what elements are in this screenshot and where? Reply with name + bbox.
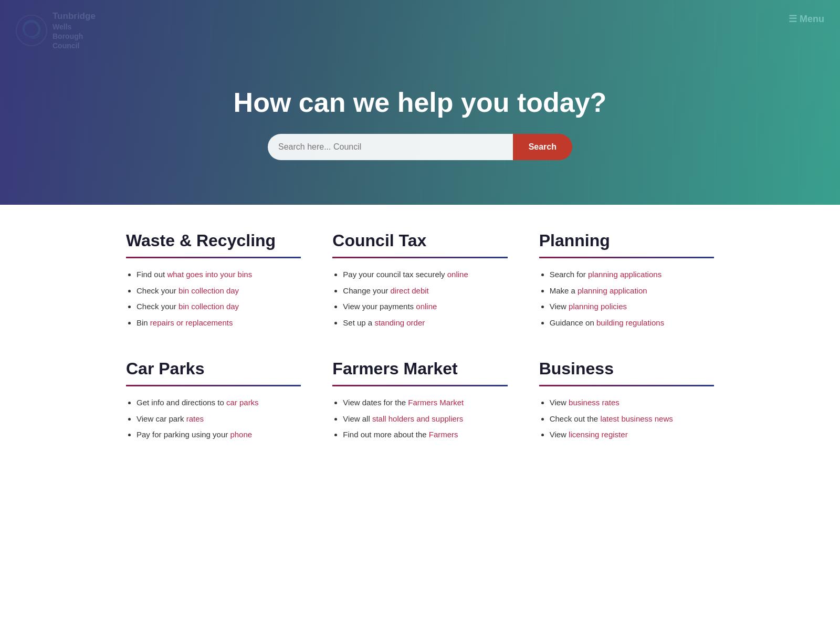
service-section-car-parks: Car ParksGet info and directions to car …: [126, 359, 301, 445]
service-link[interactable]: bin collection day: [178, 302, 239, 311]
list-item-prefix: Set up a: [343, 318, 374, 327]
service-title-council-tax: Council Tax: [332, 231, 507, 250]
service-link[interactable]: phone: [230, 430, 252, 439]
list-item-prefix: Change your: [343, 286, 390, 295]
list-item-prefix: Check your: [136, 286, 178, 295]
hero-section: Tunbridge Wells Borough Council ☰ Menu H…: [0, 0, 840, 205]
service-list-waste-recycling: Find out what goes into your binsCheck y…: [126, 269, 301, 329]
list-item: Get info and directions to car parks: [136, 397, 301, 409]
hero-title: How can we help you today?: [234, 87, 607, 118]
service-title-car-parks: Car Parks: [126, 359, 301, 379]
service-link[interactable]: repairs or replacements: [150, 318, 233, 327]
service-link[interactable]: online: [447, 270, 468, 279]
list-item-prefix: View: [550, 398, 569, 407]
list-item-prefix: View: [550, 302, 569, 311]
main-content: Waste & RecyclingFind out what goes into…: [105, 205, 735, 471]
service-title-business: Business: [539, 359, 714, 379]
list-item: Pay for parking using your phone: [136, 429, 301, 441]
search-input[interactable]: [268, 134, 513, 160]
list-item: Find out what goes into your bins: [136, 269, 301, 281]
list-item: View planning policies: [550, 301, 714, 313]
list-item-prefix: View your payments: [343, 302, 416, 311]
list-item-prefix: Search for: [550, 270, 588, 279]
list-item: Find out more about the Farmers: [343, 429, 507, 441]
service-link[interactable]: standing order: [374, 318, 425, 327]
service-section-business: BusinessView business ratesCheck out the…: [539, 359, 714, 445]
service-link[interactable]: Farmers Market: [408, 398, 464, 407]
list-item-prefix: View all: [343, 414, 372, 423]
services-grid: Waste & RecyclingFind out what goes into…: [126, 231, 714, 445]
service-divider-car-parks: [126, 385, 301, 386]
list-item-prefix: Find out: [136, 270, 167, 279]
list-item-prefix: Find out more about the: [343, 430, 428, 439]
list-item-prefix: Check your: [136, 302, 178, 311]
service-section-planning: PlanningSearch for planning applications…: [539, 231, 714, 333]
list-item-prefix: Bin: [136, 318, 150, 327]
list-item: Check your bin collection day: [136, 301, 301, 313]
service-title-waste-recycling: Waste & Recycling: [126, 231, 301, 250]
service-link[interactable]: bin collection day: [178, 286, 239, 295]
list-item: Bin repairs or replacements: [136, 317, 301, 329]
list-item: Set up a standing order: [343, 317, 507, 329]
service-list-council-tax: Pay your council tax securely onlineChan…: [332, 269, 507, 329]
list-item: Guidance on building regulations: [550, 317, 714, 329]
service-list-farmers-market: View dates for the Farmers MarketView al…: [332, 397, 507, 441]
list-item: Change your direct debit: [343, 285, 507, 297]
service-link[interactable]: online: [416, 302, 437, 311]
service-divider-waste-recycling: [126, 257, 301, 258]
service-link[interactable]: planning applications: [588, 270, 662, 279]
service-link[interactable]: licensing register: [569, 430, 628, 439]
list-item: Search for planning applications: [550, 269, 714, 281]
search-button[interactable]: Search: [513, 134, 572, 160]
list-item-prefix: Pay your council tax securely: [343, 270, 447, 279]
service-section-farmers-market: Farmers MarketView dates for the Farmers…: [332, 359, 507, 445]
list-item-prefix: View: [550, 430, 569, 439]
list-item: View dates for the Farmers Market: [343, 397, 507, 409]
list-item: View business rates: [550, 397, 714, 409]
service-link[interactable]: stall holders and suppliers: [372, 414, 463, 423]
service-link[interactable]: rates: [186, 414, 204, 423]
service-divider-farmers-market: [332, 385, 507, 386]
service-link[interactable]: Farmers: [429, 430, 458, 439]
list-item: Check out the latest business news: [550, 413, 714, 425]
service-list-car-parks: Get info and directions to car parksView…: [126, 397, 301, 441]
service-divider-planning: [539, 257, 714, 258]
service-link[interactable]: what goes into your bins: [167, 270, 252, 279]
search-bar: Search: [268, 134, 572, 160]
service-divider-business: [539, 385, 714, 386]
hero-content: How can we help you today? Search: [0, 0, 840, 205]
list-item: Make a planning application: [550, 285, 714, 297]
service-link[interactable]: direct debit: [390, 286, 428, 295]
service-title-planning: Planning: [539, 231, 714, 250]
list-item: View your payments online: [343, 301, 507, 313]
service-section-council-tax: Council TaxPay your council tax securely…: [332, 231, 507, 333]
service-section-waste-recycling: Waste & RecyclingFind out what goes into…: [126, 231, 301, 333]
service-link[interactable]: car parks: [226, 398, 259, 407]
list-item-prefix: Pay for parking using your: [136, 430, 230, 439]
service-title-farmers-market: Farmers Market: [332, 359, 507, 379]
list-item-prefix: Make a: [550, 286, 578, 295]
service-link[interactable]: planning application: [578, 286, 647, 295]
list-item-prefix: View dates for the: [343, 398, 408, 407]
list-item: Pay your council tax securely online: [343, 269, 507, 281]
service-link[interactable]: building regulations: [596, 318, 664, 327]
list-item-prefix: Get info and directions to: [136, 398, 226, 407]
service-list-business: View business ratesCheck out the latest …: [539, 397, 714, 441]
list-item: View car park rates: [136, 413, 301, 425]
list-item-prefix: View car park: [136, 414, 186, 423]
list-item: Check your bin collection day: [136, 285, 301, 297]
service-list-planning: Search for planning applicationsMake a p…: [539, 269, 714, 329]
service-link[interactable]: business rates: [569, 398, 620, 407]
list-item: View licensing register: [550, 429, 714, 441]
service-divider-council-tax: [332, 257, 507, 258]
list-item-prefix: Guidance on: [550, 318, 596, 327]
list-item: View all stall holders and suppliers: [343, 413, 507, 425]
service-link[interactable]: planning policies: [569, 302, 627, 311]
service-link[interactable]: latest business news: [600, 414, 673, 423]
list-item-prefix: Check out the: [550, 414, 601, 423]
